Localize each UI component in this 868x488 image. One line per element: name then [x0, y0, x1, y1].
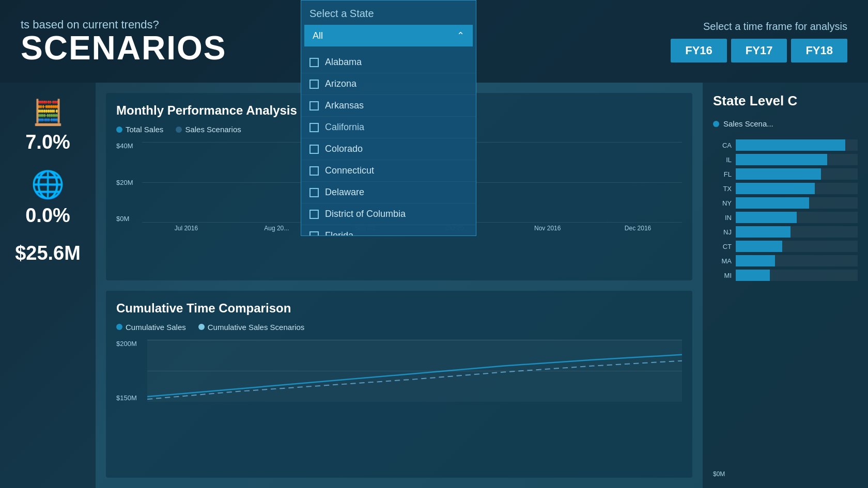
legend-label-cum-scenario: Cumulative Sales Scenarios — [208, 323, 305, 332]
state-bar-fill-tx — [736, 183, 815, 194]
legend-label-scenario: Sales Scenarios — [185, 125, 241, 134]
x-label-nov: Nov 2016 — [505, 225, 590, 232]
kpi-growth-value: 7.0% — [25, 131, 70, 153]
state-bar-fill-ca — [736, 139, 845, 151]
cumulative-chart-bg — [147, 340, 682, 402]
checkbox-dc[interactable] — [309, 210, 319, 219]
checkbox-alabama[interactable] — [309, 58, 319, 67]
dropdown-label-delaware: Delaware — [325, 187, 364, 198]
dropdown-label-florida: Florida — [325, 230, 353, 235]
state-code-ny: NY — [713, 199, 732, 207]
legend-total-sales: Total Sales — [116, 125, 163, 134]
state-bar-row-tx: TX — [713, 183, 858, 194]
dropdown-item-dc[interactable]: District of Columbia — [301, 203, 476, 225]
legend-cumulative-scenarios: Cumulative Sales Scenarios — [198, 323, 305, 332]
dropdown-selected-value: All — [313, 30, 323, 41]
kpi-variance-value: 0.0% — [25, 204, 70, 227]
dropdown-item-california[interactable]: California — [301, 117, 476, 138]
dropdown-label-arizona: Arizona — [325, 78, 357, 89]
state-bar-row-ny: NY — [713, 197, 858, 209]
state-bar-fill-ma — [736, 255, 775, 266]
state-bar-track-nj — [736, 226, 858, 238]
dropdown-item-florida[interactable]: Florida — [301, 225, 476, 235]
checkbox-connecticut[interactable] — [309, 166, 319, 176]
fy16-button[interactable]: FY16 — [671, 39, 727, 62]
time-select-label: Select a time frame for analysis — [703, 21, 847, 33]
state-code-ma: MA — [713, 257, 732, 265]
checkbox-delaware[interactable] — [309, 188, 319, 197]
legend-sales-scenarios: Sales Scenarios — [176, 125, 241, 134]
y-label-0m: $0M — [116, 215, 133, 223]
legend-label-cum-sales: Cumulative Sales — [126, 323, 186, 332]
dropdown-label-california: California — [325, 122, 364, 133]
x-label-dec: Dec 2016 — [596, 225, 680, 232]
calculator-icon: 🧮 — [25, 98, 70, 127]
kpi-calculator: 🧮 7.0% — [25, 98, 70, 153]
left-sidebar: 🧮 7.0% 🌐 0.0% $25.6M — [0, 83, 96, 488]
dropdown-item-connecticut[interactable]: Connecticut — [301, 160, 476, 182]
dropdown-item-arizona[interactable]: Arizona — [301, 73, 476, 95]
checkbox-arkansas[interactable] — [309, 101, 319, 111]
fy-buttons: FY16 FY17 FY18 — [671, 39, 847, 62]
y-axis-labels: $40M $20M $0M — [116, 142, 133, 223]
checkbox-arizona[interactable] — [309, 80, 319, 89]
dropdown-label-arkansas: Arkansas — [325, 100, 364, 111]
state-code-tx: TX — [713, 185, 732, 193]
state-select-dropdown[interactable]: Select a State All ⌃ Alabama Arizona Ark… — [301, 0, 476, 236]
dropdown-select-bar[interactable]: All ⌃ — [304, 25, 473, 46]
state-bar-fill-in — [736, 212, 797, 223]
y-label-40m: $40M — [116, 142, 133, 150]
state-bar-track-ma — [736, 255, 858, 266]
state-legend-dot — [713, 121, 719, 127]
legend-cumulative-sales: Cumulative Sales — [116, 323, 186, 332]
kpi-globe: 🌐 0.0% — [25, 169, 70, 227]
dropdown-header-label: Select a State — [301, 1, 476, 22]
fy17-button[interactable]: FY17 — [731, 39, 787, 62]
cumulative-chart-area: $200M $150M — [116, 340, 682, 402]
dropdown-arrow-icon: ⌃ — [457, 30, 464, 41]
state-bar-row-fl: FL — [713, 168, 858, 180]
checkbox-california[interactable] — [309, 123, 319, 132]
dropdown-item-delaware[interactable]: Delaware — [301, 182, 476, 203]
state-level-title: State Level C — [713, 93, 858, 109]
state-bar-track-ny — [736, 197, 858, 209]
state-bar-row-in: IN — [713, 212, 858, 223]
state-bar-track-in — [736, 212, 858, 223]
header-left: ts based on current trends? SCENARIOS — [21, 18, 227, 65]
y-label-20m: $20M — [116, 179, 133, 186]
state-code-ct: CT — [713, 243, 732, 250]
state-bar-fill-ny — [736, 197, 809, 209]
state-bar-fill-il — [736, 154, 827, 165]
fy18-button[interactable]: FY18 — [791, 39, 847, 62]
state-code-nj: NJ — [713, 228, 732, 236]
dropdown-list[interactable]: Alabama Arizona Arkansas California Colo… — [301, 50, 476, 235]
dropdown-item-alabama[interactable]: Alabama — [301, 52, 476, 73]
state-bar-track-tx — [736, 183, 858, 194]
checkbox-colorado[interactable] — [309, 145, 319, 154]
dropdown-label-connecticut: Connecticut — [325, 165, 374, 176]
legend-dot-cum-sales — [116, 324, 122, 330]
header-title: SCENARIOS — [21, 32, 227, 65]
state-bar-track-il — [736, 154, 858, 165]
state-bar-row-mi: MI — [713, 270, 858, 281]
state-code-il: IL — [713, 156, 732, 164]
state-code-fl: FL — [713, 170, 732, 178]
checkbox-florida[interactable] — [309, 231, 319, 236]
cum-grid-line — [147, 371, 682, 371]
cum-y-200m: $200M — [116, 340, 137, 348]
state-bar-row-il: IL — [713, 154, 858, 165]
state-bar-row-ca: CA — [713, 139, 858, 151]
state-bar-row-nj: NJ — [713, 226, 858, 238]
dropdown-item-arkansas[interactable]: Arkansas — [301, 95, 476, 117]
state-code-mi: MI — [713, 272, 732, 279]
cumulative-chart-panel: Cumulative Time Comparison Cumulative Sa… — [106, 291, 692, 478]
dropdown-item-colorado[interactable]: Colorado — [301, 138, 476, 160]
cum-y-labels: $200M $150M — [116, 340, 137, 402]
state-bar-row-ct: CT — [713, 241, 858, 252]
state-code-in: IN — [713, 214, 732, 222]
cumulative-chart-title: Cumulative Time Comparison — [116, 301, 682, 316]
state-bar-row-ma: MA — [713, 255, 858, 266]
state-y-axis: $0M — [713, 470, 858, 478]
state-bar-fill-nj — [736, 226, 791, 238]
dropdown-label-dc: District of Columbia — [325, 209, 406, 219]
